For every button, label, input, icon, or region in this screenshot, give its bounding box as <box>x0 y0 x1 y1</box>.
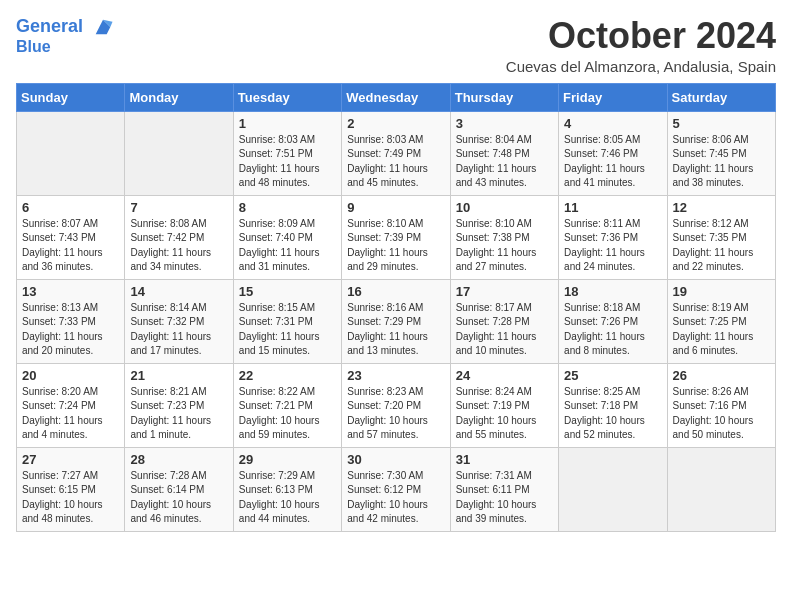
day-number: 1 <box>239 116 336 131</box>
location-title: Cuevas del Almanzora, Andalusia, Spain <box>506 58 776 75</box>
cell-content: Sunrise: 8:05 AMSunset: 7:46 PMDaylight:… <box>564 133 661 191</box>
calendar-cell: 18Sunrise: 8:18 AMSunset: 7:26 PMDayligh… <box>559 279 667 363</box>
cell-content: Sunrise: 7:31 AMSunset: 6:11 PMDaylight:… <box>456 469 553 527</box>
day-number: 28 <box>130 452 227 467</box>
calendar-cell: 12Sunrise: 8:12 AMSunset: 7:35 PMDayligh… <box>667 195 775 279</box>
cell-content: Sunrise: 8:23 AMSunset: 7:20 PMDaylight:… <box>347 385 444 443</box>
cell-content: Sunrise: 8:20 AMSunset: 7:24 PMDaylight:… <box>22 385 119 443</box>
weekday-header-thursday: Thursday <box>450 83 558 111</box>
month-title: October 2024 <box>506 16 776 56</box>
day-number: 5 <box>673 116 770 131</box>
day-number: 25 <box>564 368 661 383</box>
cell-content: Sunrise: 8:25 AMSunset: 7:18 PMDaylight:… <box>564 385 661 443</box>
day-number: 2 <box>347 116 444 131</box>
day-number: 13 <box>22 284 119 299</box>
weekday-header-sunday: Sunday <box>17 83 125 111</box>
cell-content: Sunrise: 8:22 AMSunset: 7:21 PMDaylight:… <box>239 385 336 443</box>
cell-content: Sunrise: 8:07 AMSunset: 7:43 PMDaylight:… <box>22 217 119 275</box>
calendar-cell: 24Sunrise: 8:24 AMSunset: 7:19 PMDayligh… <box>450 363 558 447</box>
day-number: 23 <box>347 368 444 383</box>
cell-content: Sunrise: 7:28 AMSunset: 6:14 PMDaylight:… <box>130 469 227 527</box>
calendar-cell: 3Sunrise: 8:04 AMSunset: 7:48 PMDaylight… <box>450 111 558 195</box>
calendar-cell: 26Sunrise: 8:26 AMSunset: 7:16 PMDayligh… <box>667 363 775 447</box>
day-number: 24 <box>456 368 553 383</box>
weekday-header-row: SundayMondayTuesdayWednesdayThursdayFrid… <box>17 83 776 111</box>
calendar-cell: 15Sunrise: 8:15 AMSunset: 7:31 PMDayligh… <box>233 279 341 363</box>
calendar-week-3: 13Sunrise: 8:13 AMSunset: 7:33 PMDayligh… <box>17 279 776 363</box>
cell-content: Sunrise: 8:18 AMSunset: 7:26 PMDaylight:… <box>564 301 661 359</box>
day-number: 20 <box>22 368 119 383</box>
cell-content: Sunrise: 8:10 AMSunset: 7:39 PMDaylight:… <box>347 217 444 275</box>
cell-content: Sunrise: 8:06 AMSunset: 7:45 PMDaylight:… <box>673 133 770 191</box>
cell-content: Sunrise: 8:10 AMSunset: 7:38 PMDaylight:… <box>456 217 553 275</box>
calendar-cell <box>17 111 125 195</box>
cell-content: Sunrise: 7:27 AMSunset: 6:15 PMDaylight:… <box>22 469 119 527</box>
calendar-cell: 6Sunrise: 8:07 AMSunset: 7:43 PMDaylight… <box>17 195 125 279</box>
calendar-cell <box>559 447 667 531</box>
day-number: 22 <box>239 368 336 383</box>
cell-content: Sunrise: 8:26 AMSunset: 7:16 PMDaylight:… <box>673 385 770 443</box>
day-number: 26 <box>673 368 770 383</box>
calendar-cell: 27Sunrise: 7:27 AMSunset: 6:15 PMDayligh… <box>17 447 125 531</box>
day-number: 16 <box>347 284 444 299</box>
calendar-week-1: 1Sunrise: 8:03 AMSunset: 7:51 PMDaylight… <box>17 111 776 195</box>
calendar-cell: 23Sunrise: 8:23 AMSunset: 7:20 PMDayligh… <box>342 363 450 447</box>
cell-content: Sunrise: 8:04 AMSunset: 7:48 PMDaylight:… <box>456 133 553 191</box>
day-number: 6 <box>22 200 119 215</box>
logo-text: General <box>16 16 114 38</box>
calendar-cell: 4Sunrise: 8:05 AMSunset: 7:46 PMDaylight… <box>559 111 667 195</box>
calendar-cell: 5Sunrise: 8:06 AMSunset: 7:45 PMDaylight… <box>667 111 775 195</box>
day-number: 30 <box>347 452 444 467</box>
page-header: General Blue October 2024 Cuevas del Alm… <box>16 16 776 75</box>
day-number: 14 <box>130 284 227 299</box>
cell-content: Sunrise: 8:03 AMSunset: 7:51 PMDaylight:… <box>239 133 336 191</box>
calendar-cell: 7Sunrise: 8:08 AMSunset: 7:42 PMDaylight… <box>125 195 233 279</box>
cell-content: Sunrise: 8:16 AMSunset: 7:29 PMDaylight:… <box>347 301 444 359</box>
day-number: 9 <box>347 200 444 215</box>
cell-content: Sunrise: 8:24 AMSunset: 7:19 PMDaylight:… <box>456 385 553 443</box>
cell-content: Sunrise: 8:08 AMSunset: 7:42 PMDaylight:… <box>130 217 227 275</box>
calendar-cell: 1Sunrise: 8:03 AMSunset: 7:51 PMDaylight… <box>233 111 341 195</box>
cell-content: Sunrise: 7:29 AMSunset: 6:13 PMDaylight:… <box>239 469 336 527</box>
cell-content: Sunrise: 8:03 AMSunset: 7:49 PMDaylight:… <box>347 133 444 191</box>
day-number: 3 <box>456 116 553 131</box>
day-number: 27 <box>22 452 119 467</box>
cell-content: Sunrise: 8:21 AMSunset: 7:23 PMDaylight:… <box>130 385 227 443</box>
day-number: 10 <box>456 200 553 215</box>
cell-content: Sunrise: 8:15 AMSunset: 7:31 PMDaylight:… <box>239 301 336 359</box>
day-number: 8 <box>239 200 336 215</box>
cell-content: Sunrise: 8:14 AMSunset: 7:32 PMDaylight:… <box>130 301 227 359</box>
logo: General Blue <box>16 16 114 56</box>
cell-content: Sunrise: 8:11 AMSunset: 7:36 PMDaylight:… <box>564 217 661 275</box>
calendar-week-2: 6Sunrise: 8:07 AMSunset: 7:43 PMDaylight… <box>17 195 776 279</box>
logo-blue-text: Blue <box>16 38 114 56</box>
day-number: 29 <box>239 452 336 467</box>
day-number: 19 <box>673 284 770 299</box>
cell-content: Sunrise: 8:12 AMSunset: 7:35 PMDaylight:… <box>673 217 770 275</box>
weekday-header-wednesday: Wednesday <box>342 83 450 111</box>
calendar-cell: 19Sunrise: 8:19 AMSunset: 7:25 PMDayligh… <box>667 279 775 363</box>
calendar-cell <box>125 111 233 195</box>
title-block: October 2024 Cuevas del Almanzora, Andal… <box>506 16 776 75</box>
cell-content: Sunrise: 7:30 AMSunset: 6:12 PMDaylight:… <box>347 469 444 527</box>
day-number: 12 <box>673 200 770 215</box>
calendar-table: SundayMondayTuesdayWednesdayThursdayFrid… <box>16 83 776 532</box>
cell-content: Sunrise: 8:17 AMSunset: 7:28 PMDaylight:… <box>456 301 553 359</box>
calendar-cell: 11Sunrise: 8:11 AMSunset: 7:36 PMDayligh… <box>559 195 667 279</box>
day-number: 21 <box>130 368 227 383</box>
logo-icon <box>92 16 114 38</box>
weekday-header-monday: Monday <box>125 83 233 111</box>
calendar-cell: 8Sunrise: 8:09 AMSunset: 7:40 PMDaylight… <box>233 195 341 279</box>
calendar-week-5: 27Sunrise: 7:27 AMSunset: 6:15 PMDayligh… <box>17 447 776 531</box>
day-number: 17 <box>456 284 553 299</box>
cell-content: Sunrise: 8:13 AMSunset: 7:33 PMDaylight:… <box>22 301 119 359</box>
calendar-cell: 29Sunrise: 7:29 AMSunset: 6:13 PMDayligh… <box>233 447 341 531</box>
calendar-cell: 30Sunrise: 7:30 AMSunset: 6:12 PMDayligh… <box>342 447 450 531</box>
day-number: 31 <box>456 452 553 467</box>
cell-content: Sunrise: 8:19 AMSunset: 7:25 PMDaylight:… <box>673 301 770 359</box>
day-number: 7 <box>130 200 227 215</box>
calendar-cell: 22Sunrise: 8:22 AMSunset: 7:21 PMDayligh… <box>233 363 341 447</box>
day-number: 18 <box>564 284 661 299</box>
calendar-cell: 2Sunrise: 8:03 AMSunset: 7:49 PMDaylight… <box>342 111 450 195</box>
weekday-header-friday: Friday <box>559 83 667 111</box>
